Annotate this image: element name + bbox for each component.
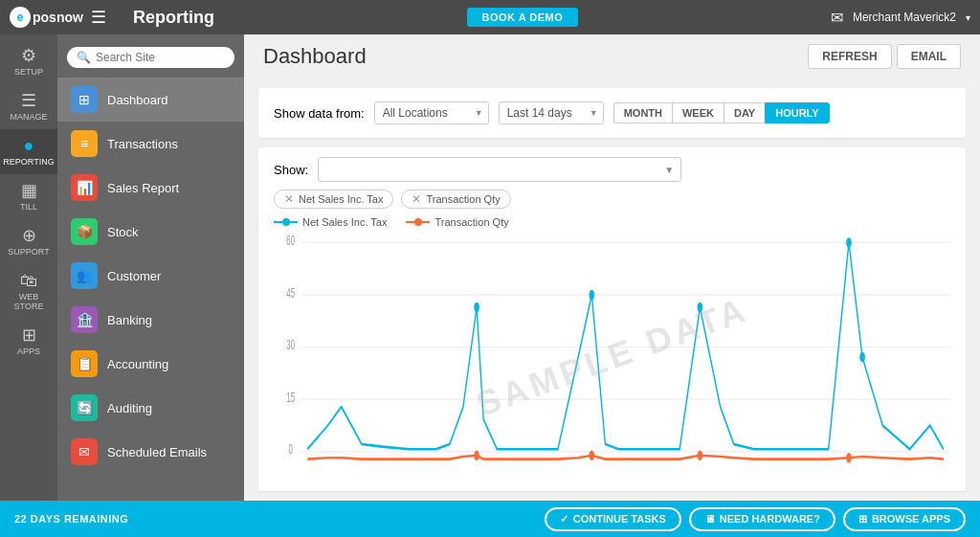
legend-blue-line xyxy=(274,221,298,223)
sidebar-menu-customer[interactable]: 👥 Customer xyxy=(57,254,244,298)
days-select-wrap: Last 14 days Last 7 days Last 30 days To… xyxy=(499,101,604,124)
manage-icon: ☰ xyxy=(21,92,36,109)
legend-net-sales-label: Net Sales Inc. Tax xyxy=(302,216,387,228)
tags-row: ✕ Net Sales Inc. Tax ✕ Transaction Qty xyxy=(274,190,950,209)
monitor-icon: 🖥 xyxy=(704,513,715,525)
banking-label: Banking xyxy=(107,313,152,327)
svg-point-13 xyxy=(846,237,852,247)
sidebar-item-reporting[interactable]: ● REPORTING xyxy=(0,129,57,174)
reporting-icon: ● xyxy=(24,137,34,154)
period-week-button[interactable]: WEEK xyxy=(672,102,724,123)
svg-text:45: 45 xyxy=(286,285,295,300)
logo-text: posnow xyxy=(33,10,83,25)
svg-point-18 xyxy=(846,453,852,462)
epos-logo: e posnow xyxy=(10,7,83,28)
sidebar-menu-stock[interactable]: 📦 Stock xyxy=(57,210,244,254)
checkmark-icon: ✓ xyxy=(560,513,568,526)
topbar-left: e posnow ☰ Reporting xyxy=(10,7,214,28)
sidebar-item-webstore[interactable]: 🛍 WEB STORE xyxy=(0,264,57,319)
transactions-icon: ≡ xyxy=(71,130,98,157)
tag-label-net-sales: Net Sales Inc. Tax xyxy=(299,193,383,205)
svg-point-14 xyxy=(859,352,865,362)
days-select[interactable]: Last 14 days Last 7 days Last 30 days To… xyxy=(499,101,604,124)
refresh-button[interactable]: REFRESH xyxy=(808,44,891,69)
hamburger-icon[interactable]: ☰ xyxy=(91,7,106,28)
header-buttons: REFRESH EMAIL xyxy=(808,44,961,69)
manage-label: MANAGE xyxy=(10,112,47,122)
need-hardware-button[interactable]: 🖥 NEED HARDWARE? xyxy=(689,507,835,531)
sidebar-menu-dashboard[interactable]: ⊞ Dashboard xyxy=(57,78,244,122)
sidebar-item-till[interactable]: ▦ TILL xyxy=(0,174,57,219)
sidebar-menu-auditing[interactable]: 🔄 Auditing xyxy=(57,386,244,430)
browse-apps-label: BROWSE APPS xyxy=(872,513,950,525)
stock-label: Stock xyxy=(107,225,139,239)
svg-point-15 xyxy=(474,451,479,460)
bottom-actions: ✓ CONTINUE TASKS 🖥 NEED HARDWARE? ⊞ BROW… xyxy=(545,507,966,531)
grid-icon: ⊞ xyxy=(858,513,867,526)
location-select[interactable]: All Locations Location 1 Location 2 xyxy=(374,101,489,124)
apps-label: APPS xyxy=(17,347,40,356)
sidebar-item-apps[interactable]: ⊞ APPS xyxy=(0,319,57,364)
period-hourly-button[interactable]: HOURLY xyxy=(765,102,829,123)
scheduled-emails-icon: ✉ xyxy=(71,438,98,465)
customer-icon: 👥 xyxy=(71,262,98,289)
period-buttons: MONTH WEEK DAY HOURLY xyxy=(613,102,830,123)
sidebar-menu-sales-report[interactable]: 📊 Sales Report xyxy=(57,166,244,210)
sidebar-menu-transactions[interactable]: ≡ Transactions xyxy=(57,122,244,166)
tag-label-transaction-qty: Transaction Qty xyxy=(426,193,500,205)
dashboard-icon: ⊞ xyxy=(71,86,98,113)
sidebar-menu-scheduled-emails[interactable]: ✉ Scheduled Emails xyxy=(57,430,244,474)
search-input[interactable] xyxy=(96,51,225,64)
setup-label: SETUP xyxy=(14,67,43,77)
customer-label: Customer xyxy=(107,269,161,283)
search-icon: 🔍 xyxy=(77,51,91,64)
days-remaining: 22 DAYS REMAINING xyxy=(14,513,128,525)
content-body: Show data from: All Locations Location 1… xyxy=(244,78,980,501)
continue-tasks-button[interactable]: ✓ CONTINUE TASKS xyxy=(545,507,681,531)
webstore-label: WEB STORE xyxy=(5,292,53,311)
tag-x-transaction-qty[interactable]: ✕ xyxy=(412,193,421,205)
legend-transaction-qty-label: Transaction Qty xyxy=(434,216,508,228)
sidebar-menu-banking[interactable]: 🏦 Banking xyxy=(57,298,244,342)
user-chevron-icon[interactable]: ▾ xyxy=(966,12,970,23)
mail-icon[interactable]: ✉ xyxy=(831,9,843,27)
till-icon: ▦ xyxy=(21,182,37,199)
sales-report-icon: 📊 xyxy=(71,174,98,201)
content-header: Dashboard REFRESH EMAIL xyxy=(244,34,980,78)
accounting-icon: 📋 xyxy=(71,350,98,377)
sidebar: 🔍 ⊞ Dashboard ≡ Transactions 📊 Sales Rep… xyxy=(57,34,244,501)
support-icon: ⊕ xyxy=(22,227,36,244)
logo-emblem: e xyxy=(10,7,31,28)
transactions-label: Transactions xyxy=(107,137,178,151)
sidebar-item-manage[interactable]: ☰ MANAGE xyxy=(0,84,57,129)
svg-text:30: 30 xyxy=(286,338,295,352)
webstore-icon: 🛍 xyxy=(20,272,37,289)
need-hardware-label: NEED HARDWARE? xyxy=(720,513,820,525)
accounting-label: Accounting xyxy=(107,357,168,371)
tag-x-net-sales[interactable]: ✕ xyxy=(284,193,294,205)
show-select[interactable]: Net Sales Inc. Tax Transaction Qty xyxy=(318,157,681,182)
topbar: e posnow ☰ Reporting BOOK A DEMO ✉ Merch… xyxy=(0,0,980,34)
continue-tasks-label: CONTINUE TASKS xyxy=(573,513,666,525)
till-label: TILL xyxy=(20,202,37,212)
show-select-wrap: Net Sales Inc. Tax Transaction Qty xyxy=(318,157,681,182)
banking-icon: 🏦 xyxy=(71,306,98,333)
left-nav: ⚙ SETUP ☰ MANAGE ● REPORTING ▦ TILL ⊕ SU… xyxy=(0,34,57,501)
scheduled-emails-label: Scheduled Emails xyxy=(107,445,207,459)
sidebar-item-support[interactable]: ⊕ SUPPORT xyxy=(0,219,57,264)
topbar-right: ✉ Merchant Maverick2 ▾ xyxy=(831,9,970,27)
page-title: Reporting xyxy=(114,8,214,28)
email-button[interactable]: EMAIL xyxy=(897,44,961,69)
dashboard-label: Dashboard xyxy=(107,93,168,107)
show-data-label: Show data from: xyxy=(274,106,365,121)
sidebar-menu-accounting[interactable]: 📋 Accounting xyxy=(57,342,244,386)
period-month-button[interactable]: MONTH xyxy=(613,102,672,123)
auditing-label: Auditing xyxy=(107,401,152,415)
period-day-button[interactable]: DAY xyxy=(724,102,765,123)
sidebar-item-setup[interactable]: ⚙ SETUP xyxy=(0,39,57,84)
search-box[interactable]: 🔍 xyxy=(67,47,234,68)
stock-icon: 📦 xyxy=(71,218,98,245)
svg-point-10 xyxy=(474,302,479,312)
browse-apps-button[interactable]: ⊞ BROWSE APPS xyxy=(843,507,966,531)
book-demo-button[interactable]: BOOK A DEMO xyxy=(467,8,579,27)
